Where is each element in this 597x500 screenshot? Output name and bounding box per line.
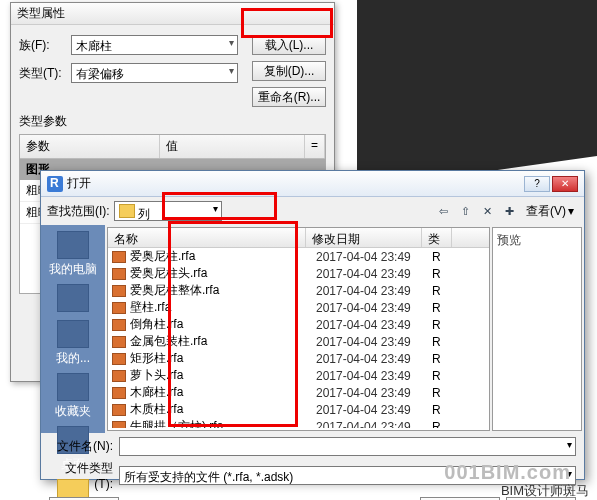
rfa-icon [112, 370, 126, 382]
hdr-param[interactable]: 参数 [20, 135, 160, 158]
file-item[interactable]: 矩形柱.rfa2017-04-04 23:49R [108, 350, 489, 367]
back-icon[interactable]: ⇦ [434, 202, 452, 220]
place-icon [57, 231, 89, 259]
file-item[interactable]: 倒角柱.rfa2017-04-04 23:49R [108, 316, 489, 333]
up-icon[interactable]: ⇧ [456, 202, 474, 220]
hdr-eq[interactable]: = [305, 135, 325, 158]
rfa-icon [112, 251, 126, 263]
type-select[interactable]: 有梁偏移 [71, 63, 238, 83]
type-label: 类型(T): [19, 65, 71, 82]
type-params-label: 类型参数 [19, 113, 326, 130]
delete-icon[interactable]: ✕ [478, 202, 496, 220]
rfa-icon [112, 421, 126, 429]
file-item[interactable]: 金属包装柱.rfa2017-04-04 23:49R [108, 333, 489, 350]
revit-icon [47, 176, 63, 192]
places-bar: 我的电脑我的...收藏夹桌面Metric L... [41, 225, 105, 433]
rfa-icon [112, 387, 126, 399]
close-button[interactable]: ✕ [552, 176, 578, 192]
dlg1-title: 类型属性 [17, 5, 65, 22]
rfa-icon [112, 319, 126, 331]
file-item[interactable]: 萝卜头.rfa2017-04-04 23:49R [108, 367, 489, 384]
views-button[interactable]: 查看(V)▾ [522, 201, 578, 222]
bg-3d-shape [357, 0, 597, 190]
rename-button[interactable]: 重命名(R)... [252, 87, 326, 107]
dlg2-title: 打开 [67, 175, 91, 192]
hdr-type[interactable]: 类 [422, 228, 452, 247]
rfa-icon [112, 353, 126, 365]
place-icon [57, 284, 89, 312]
hdr-value[interactable]: 值 [160, 135, 305, 158]
file-item[interactable]: 牛腿拱（方柱).rfa2017-04-04 23:49R [108, 418, 489, 428]
load-button[interactable]: 载入(L)... [252, 35, 326, 55]
file-item[interactable]: 壁柱.rfa2017-04-04 23:49R [108, 299, 489, 316]
open-dialog: 打开 ? ✕ 查找范围(I): 列 ⇦ ⇧ ✕ ✚ 查看(V)▾ 我的电脑我的.… [40, 170, 585, 480]
dlg2-titlebar[interactable]: 打开 ? ✕ [41, 171, 584, 197]
file-item[interactable]: 木廊柱.rfa2017-04-04 23:49R [108, 384, 489, 401]
rfa-icon [112, 404, 126, 416]
footer-credit: BIM设计师斑马 [501, 482, 589, 500]
place-icon [57, 373, 89, 401]
filename-input[interactable] [119, 437, 576, 456]
place-item[interactable]: 我的... [44, 318, 102, 369]
rfa-icon [112, 285, 126, 297]
hdr-date[interactable]: 修改日期 [306, 228, 422, 247]
newfolder-icon[interactable]: ✚ [500, 202, 518, 220]
rfa-icon [112, 268, 126, 280]
file-item[interactable]: 爱奥尼柱头.rfa2017-04-04 23:49R [108, 265, 489, 282]
place-item[interactable]: 收藏夹 [44, 371, 102, 422]
folder-icon [119, 204, 135, 218]
place-item[interactable]: 我的电脑 [44, 229, 102, 280]
dlg1-titlebar[interactable]: 类型属性 [11, 3, 334, 25]
lookin-select[interactable]: 列 [114, 201, 222, 221]
rfa-icon [112, 302, 126, 314]
filename-label: 文件名(N): [49, 438, 113, 455]
file-list-area: 名称 修改日期 类 爱奥尼柱.rfa2017-04-04 23:49R爱奥尼柱头… [107, 227, 490, 431]
filetype-label: 文件类型(T): [49, 460, 113, 491]
place-item[interactable] [44, 282, 102, 316]
file-item[interactable]: 爱奥尼柱.rfa2017-04-04 23:49R [108, 248, 489, 265]
hdr-name[interactable]: 名称 [108, 228, 306, 247]
duplicate-button[interactable]: 复制(D)... [252, 61, 326, 81]
lookin-label: 查找范围(I): [47, 203, 110, 220]
file-list[interactable]: 爱奥尼柱.rfa2017-04-04 23:49R爱奥尼柱头.rfa2017-0… [108, 248, 489, 428]
rfa-icon [112, 336, 126, 348]
preview-pane: 预览 [492, 227, 582, 431]
help-button[interactable]: ? [524, 176, 550, 192]
family-select[interactable]: 木廊柱 [71, 35, 238, 55]
file-item[interactable]: 木质柱.rfa2017-04-04 23:49R [108, 401, 489, 418]
chevron-down-icon: ▾ [568, 204, 574, 218]
place-icon [57, 320, 89, 348]
family-label: 族(F): [19, 37, 71, 54]
file-item[interactable]: 爱奥尼柱整体.rfa2017-04-04 23:49R [108, 282, 489, 299]
